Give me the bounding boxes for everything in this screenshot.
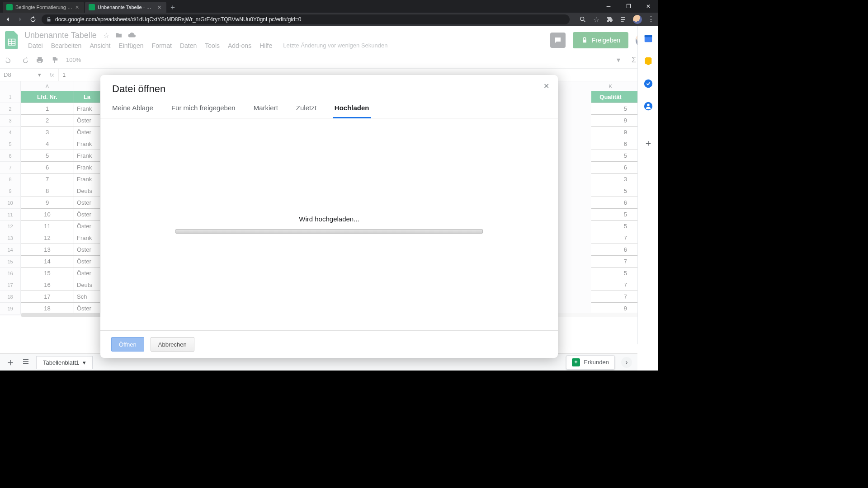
modal-scrim: Datei öffnen ✕ Meine Ablage Für mich fre… [0, 26, 658, 371]
tab-zuletzt[interactable]: Zuletzt [296, 99, 316, 118]
dialog-close-icon[interactable]: ✕ [541, 80, 552, 91]
sheets-favicon-icon [89, 4, 95, 10]
profile-avatar-icon[interactable] [633, 15, 642, 24]
extensions-icon[interactable] [606, 15, 614, 23]
tab-title: Bedingte Formatierung - Google [15, 5, 72, 10]
svg-point-0 [580, 17, 584, 21]
lock-icon [46, 17, 52, 22]
window-maximize-button[interactable]: ❐ [618, 0, 638, 13]
tab-freigegeben[interactable]: Für mich freigegeben [171, 99, 236, 118]
new-tab-button[interactable]: ＋ [167, 2, 178, 13]
dialog-tabs: Meine Ablage Für mich freigegeben Markie… [100, 99, 558, 118]
tab-close-icon[interactable]: ✕ [157, 5, 163, 10]
tab-close-icon[interactable]: ✕ [75, 5, 80, 10]
nav-back-icon[interactable] [4, 15, 12, 23]
reading-list-icon[interactable] [619, 15, 627, 23]
url-text: docs.google.com/spreadsheets/d/1dUqCxtYS… [55, 16, 301, 23]
zoom-icon[interactable] [579, 15, 587, 23]
browser-tab[interactable]: Unbenannte Tabelle - Google Tab ✕ [85, 2, 166, 13]
dialog-title: Datei öffnen [100, 75, 558, 99]
tab-hochladen[interactable]: Hochladen [335, 99, 369, 118]
nav-reload-icon[interactable] [29, 15, 37, 23]
window-close-button[interactable]: ✕ [638, 0, 658, 13]
tab-markiert[interactable]: Markiert [254, 99, 278, 118]
sheets-favicon-icon [6, 4, 13, 10]
cancel-button[interactable]: Abbrechen [151, 337, 194, 352]
tab-title: Unbenannte Tabelle - Google Tab [98, 5, 155, 10]
upload-progress-bar [175, 229, 483, 234]
browser-tabstrip: Bedingte Formatierung - Google ✕ Unbenan… [0, 0, 658, 13]
browser-address-bar: docs.google.com/spreadsheets/d/1dUqCxtYS… [0, 13, 658, 26]
browser-tab[interactable]: Bedingte Formatierung - Google ✕ [3, 2, 84, 13]
url-input[interactable]: docs.google.com/spreadsheets/d/1dUqCxtYS… [42, 14, 570, 24]
bookmark-star-icon[interactable]: ☆ [592, 15, 600, 23]
tab-meine-ablage[interactable]: Meine Ablage [112, 99, 153, 118]
uploading-text: Wird hochgeladen... [299, 215, 359, 223]
window-minimize-button[interactable]: ─ [599, 0, 618, 13]
open-button[interactable]: Öffnen [111, 337, 144, 352]
nav-forward-icon[interactable] [16, 15, 24, 23]
file-open-dialog: Datei öffnen ✕ Meine Ablage Für mich fre… [100, 75, 558, 358]
